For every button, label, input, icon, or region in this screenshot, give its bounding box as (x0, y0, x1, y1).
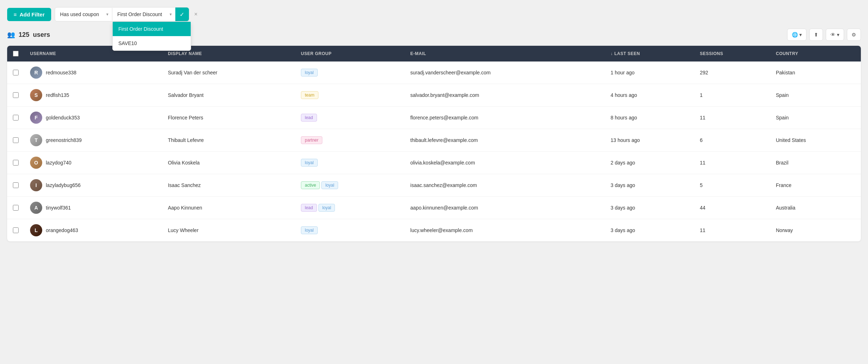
row-username-cell: R redmouse338 (24, 62, 162, 84)
user-group-cell: loyal (295, 62, 405, 84)
user-group-badge: team (301, 91, 318, 99)
country-cell: Norway (770, 219, 861, 242)
display-name-cell: Thibault Lefevre (162, 129, 295, 152)
sessions-cell: 11 (694, 219, 770, 242)
row-checkbox[interactable] (13, 227, 19, 233)
confirm-filter-button[interactable]: ✓ (175, 8, 189, 21)
row-username-cell: A tinywolf361 (24, 197, 162, 219)
username-text[interactable]: lazydog740 (46, 160, 72, 166)
avatar: O (30, 157, 42, 169)
email-text: suradj.vanderscheer@example.com (410, 70, 491, 75)
user-cell: I lazyladybug656 (30, 179, 156, 191)
row-checkbox[interactable] (13, 70, 19, 75)
row-checkbox[interactable] (13, 137, 19, 143)
row-checkbox-cell (7, 197, 24, 219)
dropdown-option-save10[interactable]: SAVE10 (113, 36, 191, 50)
table-row[interactable]: L orangedog463 Lucy Wheeler loyal lucy.w… (7, 219, 861, 242)
sessions-cell: 6 (694, 129, 770, 152)
username-text[interactable]: goldenduck353 (46, 115, 80, 120)
last-seen-cell: 2 days ago (605, 152, 694, 174)
last-seen-text: 2 days ago (611, 160, 635, 166)
user-group-badge: loyal (301, 226, 318, 234)
table-row[interactable]: I lazyladybug656 Isaac Sanchez activeloy… (7, 174, 861, 197)
table-row[interactable]: T greenostrich839 Thibault Lefevre partn… (7, 129, 861, 152)
last-seen-text: 1 hour ago (611, 70, 635, 75)
avatar: I (30, 179, 42, 191)
username-text[interactable]: redfish135 (46, 92, 69, 98)
sessions-text: 5 (700, 182, 703, 188)
col-sessions: SESSIONS (694, 46, 770, 62)
row-checkbox-cell (7, 129, 24, 152)
select-all-cell (7, 46, 24, 62)
email-cell: lucy.wheeler@example.com (405, 219, 605, 242)
users-table: USERNAME DISPLAY NAME USER GROUP E-MAIL … (7, 46, 861, 241)
email-cell: olivia.koskela@example.com (405, 152, 605, 174)
last-seen-text: 3 days ago (611, 205, 635, 211)
display-name-text: Florence Peters (168, 115, 203, 120)
country-cell: Pakistan (770, 62, 861, 84)
row-checkbox[interactable] (13, 115, 19, 120)
display-name-cell: Florence Peters (162, 107, 295, 129)
user-cell: F goldenduck353 (30, 112, 156, 124)
last-seen-cell: 13 hours ago (605, 129, 694, 152)
user-group-cell: lead (295, 107, 405, 129)
display-name-cell: Lucy Wheeler (162, 219, 295, 242)
username-text[interactable]: tinywolf361 (46, 205, 71, 211)
globe-icon: 🌐 (792, 32, 798, 38)
last-seen-text: 3 days ago (611, 182, 635, 188)
row-checkbox[interactable] (13, 92, 19, 98)
select-all-checkbox[interactable] (13, 51, 19, 56)
display-name-text: Suradj Van der scheer (168, 70, 217, 75)
coupon-select-wrapper: First Order Discount (112, 8, 175, 21)
display-name-text: Isaac Sanchez (168, 182, 201, 188)
display-name-text: Thibault Lefevre (168, 137, 204, 143)
coupon-dropdown-wrapper: First Order Discount First Order Discoun… (112, 8, 175, 21)
username-text[interactable]: greenostrich839 (46, 137, 82, 143)
filter-field-select[interactable]: Has used coupon (55, 8, 112, 21)
sessions-cell: 5 (694, 174, 770, 197)
country-text: Australia (776, 205, 795, 211)
coupon-value-select[interactable]: First Order Discount (112, 8, 175, 21)
username-text[interactable]: orangedog463 (46, 227, 78, 233)
col-last-seen: ↓ LAST SEEN (605, 46, 694, 62)
user-cell: O lazydog740 (30, 157, 156, 169)
display-name-cell: Isaac Sanchez (162, 174, 295, 197)
display-name-text: Lucy Wheeler (168, 227, 199, 233)
add-filter-button[interactable]: ≡ Add Filter (7, 8, 51, 21)
filter-toolbar: ≡ Add Filter Has used coupon First Order… (7, 7, 861, 21)
table-row[interactable]: A tinywolf361 Aapo Kinnunen leadloyal aa… (7, 197, 861, 219)
username-text[interactable]: redmouse338 (46, 70, 77, 75)
last-seen-text: 8 hours ago (611, 115, 637, 120)
display-name-cell: Olivia Koskela (162, 152, 295, 174)
avatar: A (30, 202, 42, 214)
display-name-text: Salvador Bryant (168, 92, 204, 98)
settings-button[interactable]: ⚙ (847, 29, 861, 41)
export-button[interactable]: ⬆ (809, 29, 823, 41)
table-row[interactable]: S redfish135 Salvador Bryant team salvad… (7, 84, 861, 107)
row-checkbox-cell (7, 62, 24, 84)
sessions-text: 44 (700, 205, 706, 211)
sessions-cell: 44 (694, 197, 770, 219)
remove-filter-button[interactable]: × (191, 9, 201, 20)
sessions-text: 6 (700, 137, 703, 143)
table-body: R redmouse338 Suradj Van der scheer loya… (7, 62, 861, 241)
table-row[interactable]: F goldenduck353 Florence Peters lead flo… (7, 107, 861, 129)
last-seen-text: 3 days ago (611, 227, 635, 233)
user-group-badge: loyal (321, 181, 338, 189)
view-button[interactable]: 👁 ▾ (826, 29, 844, 41)
user-group-badge: loyal (301, 69, 318, 77)
email-cell: thibault.lefevre@example.com (405, 129, 605, 152)
dropdown-option-first-order[interactable]: First Order Discount (113, 22, 191, 36)
row-checkbox[interactable] (13, 160, 19, 166)
username-text[interactable]: lazyladybug656 (46, 182, 81, 188)
table-row[interactable]: O lazydog740 Olivia Koskela loyal olivia… (7, 152, 861, 174)
country-text: France (776, 182, 792, 188)
globe-button[interactable]: 🌐 ▾ (787, 29, 806, 41)
row-checkbox[interactable] (13, 205, 19, 211)
last-seen-cell: 3 days ago (605, 174, 694, 197)
country-text: United States (776, 137, 806, 143)
table-row[interactable]: R redmouse338 Suradj Van der scheer loya… (7, 62, 861, 84)
sessions-cell: 292 (694, 62, 770, 84)
coupon-dropdown-menu: First Order Discount SAVE10 (112, 21, 191, 51)
row-checkbox[interactable] (13, 182, 19, 188)
